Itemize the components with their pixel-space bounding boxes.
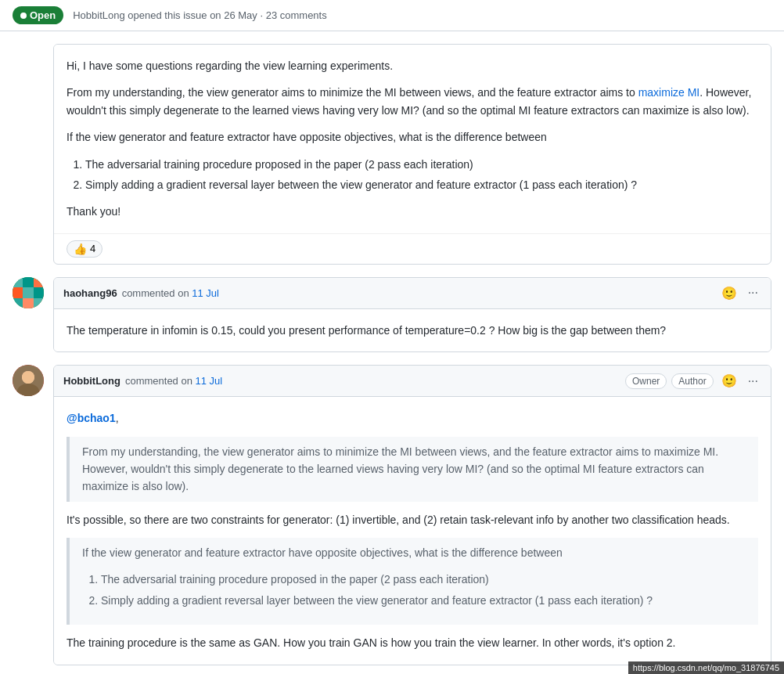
blockquote1-text: From my understanding, the view generato… [82, 443, 746, 496]
comment-header-3: HobbitLong commented on 11 Jul Owner Aut… [54, 366, 771, 397]
open-dot [20, 13, 27, 19]
comment1-link1: maximize MI [638, 86, 700, 99]
open-badge: Open [13, 6, 63, 24]
more-options-btn-2[interactable]: ··· [745, 284, 761, 301]
open-label: Open [30, 9, 56, 21]
svg-rect-2 [23, 277, 34, 287]
comment-body-1: Hi, I have some questions regarding the … [54, 45, 771, 233]
comment-body-3: @bchao1, From my understanding, the view… [54, 397, 771, 665]
comment1-para2: If the view generator and feature extrac… [67, 128, 758, 146]
issue-meta: HobbitLong opened this issue on 26 May ·… [73, 9, 326, 21]
owner-badge: Owner [625, 373, 667, 389]
blockquote2-list-item-2: Simply adding a gradient reversal layer … [101, 592, 746, 609]
comments-area: Hi, I have some questions regarding the … [0, 44, 784, 674]
comment1-list: The adversarial training procedure propo… [67, 156, 758, 194]
comment3-author[interactable]: HobbitLong [63, 375, 120, 387]
comment2-date-link[interactable]: 11 Jul [192, 287, 219, 299]
svg-rect-3 [34, 277, 44, 287]
comment-row-3: HobbitLong commented on 11 Jul Owner Aut… [13, 365, 771, 665]
comment-header-left-2: haohang96 commented on 11 Jul [63, 287, 219, 299]
comment3-blockquote1: From my understanding, the view generato… [67, 437, 758, 502]
comment3-blockquote2: If the view generator and feature extrac… [67, 538, 758, 625]
comment-header-left-3: HobbitLong commented on 11 Jul [63, 375, 222, 387]
blockquote2-list-item-1: The adversarial training procedure propo… [101, 571, 746, 588]
comment1-para1: From my understanding, the view generato… [67, 84, 758, 119]
svg-rect-8 [23, 298, 34, 308]
page-container: Open HobbitLong opened this issue on 26 … [0, 0, 784, 674]
comment-header-right-2: 🙂 ··· [718, 284, 761, 302]
url-bar: https://blog.csdn.net/qq/mo_31876745 [628, 661, 784, 674]
svg-point-13 [22, 371, 34, 384]
comment-box-2: haohang96 commented on 11 Jul 🙂 ··· The … [53, 277, 771, 352]
comment-header-right-3: Owner Author 🙂 ··· [625, 372, 761, 390]
comment1-thanks: Thank you! [67, 203, 758, 220]
thumbsup-count: 4 [90, 243, 95, 254]
svg-rect-1 [13, 277, 23, 287]
comment3-para1: It's possible, so there are two constrai… [67, 511, 758, 528]
comment2-body-text: The temperature in infomin is 0.15, coul… [67, 322, 758, 339]
comment3-action: commented on [125, 375, 192, 387]
comment3-meta: commented on 11 Jul [125, 375, 222, 387]
comment-header-2: haohang96 commented on 11 Jul 🙂 ··· [54, 278, 771, 309]
svg-rect-6 [34, 287, 44, 298]
comment-body-2: The temperature in infomin is 0.15, coul… [54, 309, 771, 351]
comment-box-3: HobbitLong commented on 11 Jul Owner Aut… [53, 365, 771, 665]
svg-rect-7 [13, 298, 23, 308]
comment1-intro: Hi, I have some questions regarding the … [67, 57, 758, 74]
blockquote2-list: The adversarial training procedure propo… [82, 571, 746, 609]
thumbsup-emoji: 👍 [74, 243, 87, 255]
svg-rect-4 [13, 287, 23, 298]
author-badge: Author [671, 373, 713, 389]
top-bar: Open HobbitLong opened this issue on 26 … [0, 0, 784, 31]
more-options-btn-3[interactable]: ··· [745, 373, 761, 390]
avatar-hobbitlong [13, 365, 44, 396]
comment2-author[interactable]: haohang96 [63, 287, 117, 299]
comment-row-2: haohang96 commented on 11 Jul 🙂 ··· The … [13, 277, 771, 352]
comment2-action: commented on [122, 287, 189, 299]
mention-bchao1[interactable]: @bchao1 [67, 412, 116, 424]
svg-rect-9 [34, 298, 44, 308]
svg-rect-5 [23, 287, 34, 298]
comment1-list-item-2: Simply adding a gradient reversal layer … [85, 176, 758, 193]
comment-box-1: Hi, I have some questions regarding the … [53, 44, 771, 265]
comment1-list-item-1: The adversarial training procedure propo… [85, 156, 758, 173]
avatar-haohang96 [13, 277, 44, 308]
comment3-para2: The training procedure is the same as GA… [67, 634, 758, 651]
blockquote2-intro: If the view generator and feature extrac… [82, 544, 746, 561]
comment3-mention: @bchao1, [67, 409, 758, 427]
emoji-reaction-btn-3[interactable]: 🙂 [718, 372, 740, 390]
comment-row-1: Hi, I have some questions regarding the … [13, 44, 771, 265]
comment2-meta: commented on 11 Jul [122, 287, 219, 299]
thumbsup-reaction-btn[interactable]: 👍 4 [67, 240, 102, 258]
comment1-reactions: 👍 4 [54, 233, 771, 264]
comment3-date-link[interactable]: 11 Jul [196, 375, 223, 387]
emoji-reaction-btn-2[interactable]: 🙂 [718, 284, 740, 302]
